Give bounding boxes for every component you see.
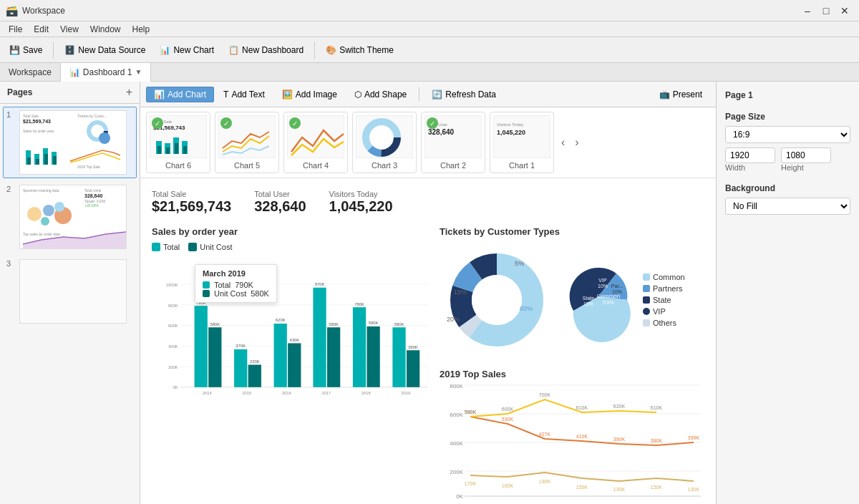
- chart-5-label: Chart 5: [234, 161, 260, 170]
- add-image-button[interactable]: 🖼️ Add Image: [274, 87, 345, 102]
- action-bar: 📊 Add Chart T Add Text 🖼️ Add Image ⬡ Ad…: [140, 82, 716, 107]
- page-item-3[interactable]: 3: [3, 256, 137, 327]
- bar-chart-section: Sales by order year Total Unit Cost: [152, 226, 428, 502]
- image-icon: 🖼️: [282, 89, 293, 100]
- donut-title: Tickets by Customer Types: [440, 226, 704, 237]
- svg-text:Sales by order year: Sales by order year: [23, 129, 54, 133]
- chart-nav-next[interactable]: ›: [572, 136, 581, 149]
- tab-close-icon[interactable]: ▼: [135, 68, 142, 76]
- menu-help[interactable]: Help: [127, 23, 156, 36]
- minimize-button[interactable]: –: [799, 4, 816, 17]
- panel-height-label: Height: [781, 163, 831, 172]
- legend-state-dot: [643, 296, 650, 304]
- stats-row: Total Sale $21,569,743 Total User 328,64…: [152, 190, 704, 215]
- svg-text:5%: 5%: [515, 260, 524, 267]
- svg-text:$21,569,743: $21,569,743: [23, 119, 51, 125]
- present-button[interactable]: 📺 Present: [651, 87, 710, 102]
- svg-text:20%: 20%: [447, 316, 460, 323]
- legend-common-dot: [643, 273, 650, 281]
- svg-text:0K: 0K: [456, 493, 463, 500]
- svg-rect-60: [208, 327, 221, 387]
- svg-rect-33: [166, 147, 170, 154]
- panel-background-select[interactable]: No Fill Solid Color Gradient: [725, 198, 850, 215]
- svg-rect-10: [36, 159, 39, 165]
- panel-width-input[interactable]: [725, 147, 775, 163]
- svg-text:390K: 390K: [613, 437, 626, 442]
- switch-theme-button[interactable]: 🎨 Switch Theme: [319, 42, 400, 58]
- chart-thumb-4[interactable]: ✓ Chart 4: [283, 112, 348, 173]
- new-chart-button[interactable]: 📊 New Chart: [153, 42, 220, 58]
- new-data-source-button[interactable]: 🗄️ New Data Source: [58, 42, 152, 58]
- chart-thumb-1[interactable]: Visitors Today 1,045,220 Chart 1: [490, 112, 554, 173]
- menu-view[interactable]: View: [54, 23, 84, 36]
- svg-rect-8: [27, 158, 31, 165]
- pages-list: 1 Total Sale $21,569,743 Tickets by Cust…: [0, 104, 140, 504]
- svg-rect-58: [195, 306, 208, 387]
- legend-common: Common: [643, 273, 685, 281]
- chart-thumb-2[interactable]: ✓ Total User 328,640 Chart 2: [421, 112, 485, 173]
- stat-visitors-label: Visitors Today: [329, 190, 393, 198]
- shape-icon: ⬡: [354, 89, 361, 100]
- chart-thumb-5[interactable]: ✓ Chart 5: [215, 112, 279, 173]
- menu-edit[interactable]: Edit: [28, 23, 54, 36]
- chart-thumb-img-2: ✓ Total User 328,640: [424, 115, 482, 158]
- svg-text:600K: 600K: [450, 412, 463, 418]
- page-thumb-2: Sportmen training data Total Units 328,6…: [19, 185, 127, 249]
- tab-workspace[interactable]: Workspace: [0, 63, 61, 81]
- tab-dashboard1[interactable]: 📊 Dashboard 1 ▼: [61, 63, 152, 82]
- donut-svg: 5% 15% 20% 60%: [440, 243, 554, 357]
- panel-width-label: Width: [725, 163, 775, 172]
- line-chart-title: 2019 Top Sales: [440, 369, 704, 379]
- panel-page-size-select[interactable]: 16:9 4:3 Custom: [725, 126, 850, 143]
- toolbar-separator-1: [53, 42, 54, 59]
- page-thumb-3: [19, 259, 127, 324]
- chart-thumb-3[interactable]: Chart 3: [352, 112, 417, 173]
- chart-nav-prev[interactable]: ‹: [558, 136, 568, 149]
- svg-text:2018: 2018: [361, 391, 371, 395]
- legend-unit-cost-dot: [188, 243, 197, 251]
- page-thumb-1: Total Sale $21,569,743 Tickets by Custo.…: [19, 110, 127, 175]
- svg-point-21: [27, 207, 42, 221]
- app-icon: 🗃️: [6, 5, 18, 16]
- save-button[interactable]: 💾 Save: [3, 42, 49, 58]
- new-dashboard-button[interactable]: 📋 New Dashboard: [222, 42, 310, 58]
- svg-text:580K: 580K: [394, 322, 404, 326]
- menu-file[interactable]: File: [3, 23, 28, 36]
- svg-text:Sportmen training data: Sportmen training data: [23, 188, 59, 193]
- panel-page-size-section: Page Size 16:9 4:3 Custom Width Height: [725, 112, 850, 172]
- svg-text:600K: 600K: [168, 324, 178, 328]
- app-title: Workspace: [22, 6, 65, 16]
- close-button[interactable]: ✕: [836, 4, 853, 17]
- right-panel: Page 1 Page Size 16:9 4:3 Custom Width H…: [716, 82, 859, 504]
- add-shape-button[interactable]: ⬡ Add Shape: [346, 87, 414, 102]
- chart-4-label: Chart 4: [303, 161, 329, 170]
- add-page-button[interactable]: +: [126, 86, 132, 99]
- svg-text:190K: 190K: [539, 479, 551, 484]
- svg-text:580K: 580K: [210, 322, 220, 326]
- page-item-2[interactable]: 2 Sportmen training data Total Units 328…: [3, 181, 137, 253]
- panel-height-input[interactable]: [781, 147, 831, 163]
- maximize-button[interactable]: □: [817, 4, 835, 17]
- svg-text:130K: 130K: [613, 487, 626, 492]
- svg-rect-85: [407, 350, 419, 387]
- page-item-1[interactable]: 1 Total Sale $21,569,743 Tickets by Cust…: [3, 107, 137, 178]
- svg-text:580K: 580K: [465, 410, 477, 415]
- content-area: 📊 Add Chart T Add Text 🖼️ Add Image ⬡ Ad…: [140, 82, 716, 504]
- theme-icon: 🎨: [326, 45, 336, 55]
- svg-point-25: [54, 202, 64, 212]
- add-chart-button[interactable]: 📊 Add Chart: [146, 87, 214, 102]
- svg-text:610K: 610K: [651, 405, 663, 410]
- menu-window[interactable]: Window: [84, 23, 127, 36]
- legend-others-dot: [643, 319, 650, 326]
- add-text-button[interactable]: T Add Text: [215, 87, 273, 102]
- svg-rect-31: [157, 146, 161, 154]
- donut-legend: Common Partners State: [643, 273, 685, 327]
- chart-thumb-6[interactable]: ✓ Total Sale $21,569,743 Chart 6: [146, 112, 210, 173]
- donut-container: 5% 15% 20% 60%: [440, 243, 704, 357]
- svg-text:0K: 0K: [173, 385, 178, 389]
- refresh-data-button[interactable]: 🔄 Refresh Data: [424, 87, 504, 102]
- charts-right: Tickets by Customer Types: [440, 226, 704, 502]
- svg-text:410K: 410K: [576, 434, 588, 439]
- svg-text:328,640: 328,640: [84, 193, 102, 199]
- chart-thumb-img-4: ✓: [287, 115, 344, 158]
